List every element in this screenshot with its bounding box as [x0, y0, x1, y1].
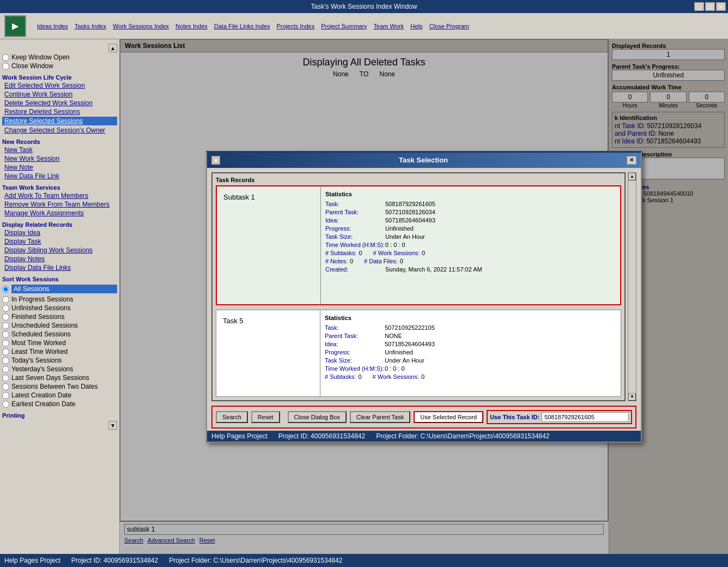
maximize-btn[interactable]: □: [705, 2, 715, 11]
new-records-section-title: New Records: [2, 138, 117, 145]
sort-earliest-creation[interactable]: Earliest Creation Date: [2, 400, 117, 408]
menu-projects-index[interactable]: Projects Index: [277, 23, 315, 29]
remove-work-team-link[interactable]: Remove Work From Team Members: [2, 201, 117, 208]
menu-work-sessions-index[interactable]: Work Sessions Index: [113, 23, 169, 29]
close-window-label: Close Window: [11, 62, 53, 70]
display-sibling-sessions-link[interactable]: Display Sibling Work Sessions: [2, 246, 117, 254]
task1-notes-label: # Notes:: [325, 258, 348, 264]
new-data-file-link[interactable]: New Data File Link: [2, 172, 117, 180]
dialog-status-folder: Project Folder: C:\Users\Darren\Projects…: [376, 432, 549, 440]
task-record-1[interactable]: Subtask 1 Statistics Task: 5081879292616…: [216, 185, 621, 305]
sort-between-dates[interactable]: Sessions Between Two Dates: [2, 383, 117, 390]
sidebar-scroll-up[interactable]: ▲: [108, 44, 117, 52]
delete-work-session-link[interactable]: Delete Selected Work Session: [2, 99, 117, 107]
task-record-2[interactable]: Task 5 Statistics Task: 507210925222105 …: [216, 310, 621, 397]
task1-parent-task-label: Parent Task:: [325, 209, 385, 215]
sort-scheduled[interactable]: Scheduled Sessions: [2, 330, 117, 338]
change-session-owner-link[interactable]: Change Selected Session's Owner: [2, 126, 117, 134]
window-title: Task's Work Sessions Index Window: [311, 3, 417, 10]
sort-least-time[interactable]: Least Time Worked: [2, 348, 117, 355]
scheduled-label: Scheduled Sessions: [11, 330, 71, 338]
dialog-icon: 📋: [211, 156, 220, 165]
sort-all-sessions[interactable]: All Sessions: [2, 284, 117, 294]
task1-stats: Statistics Task: 508187929261605 Parent …: [320, 186, 620, 304]
sort-most-time[interactable]: Most Time Worked: [2, 339, 117, 347]
sort-section-title: Sort Work Sessions: [2, 276, 117, 282]
menu-team-work[interactable]: Team Work: [374, 23, 404, 29]
restore-selected-sessions-link[interactable]: Restore Selected Sessions: [2, 117, 117, 125]
display-task-link[interactable]: Display Task: [2, 238, 117, 245]
sort-finished[interactable]: Finished Sessions: [2, 313, 117, 321]
task1-stats-label: Statistics: [325, 191, 616, 197]
sort-latest-creation[interactable]: Latest Creation Date: [2, 391, 117, 399]
display-idea-link[interactable]: Display Idea: [2, 229, 117, 237]
sort-unscheduled[interactable]: Unscheduled Sessions: [2, 322, 117, 329]
dialog-scroll-up[interactable]: ▲: [628, 173, 636, 180]
dialog-scroll-thumb: [628, 180, 636, 393]
dialog-content: Task Records Subtask 1 Statistics Task: …: [207, 168, 641, 406]
task1-task-size-label: Task Size:: [325, 233, 385, 240]
dialog-search-button[interactable]: Search: [216, 411, 248, 423]
task2-idea-label: Idea:: [325, 341, 385, 347]
dialog-scroll-down[interactable]: ▼: [628, 393, 636, 401]
task2-work-sessions: # Work Sessions: 0: [373, 373, 425, 380]
sort-unfinished[interactable]: Unfinished Sessions: [2, 304, 117, 312]
menu-notes-index[interactable]: Notes Index: [175, 23, 208, 29]
display-data-file-links-link[interactable]: Display Data File Links: [2, 264, 117, 272]
new-task-link[interactable]: New Task: [2, 146, 117, 154]
menu-close-program[interactable]: Close Program: [429, 23, 469, 29]
new-work-session-link[interactable]: New Work Session: [2, 155, 117, 162]
task1-created-label: Created:: [325, 266, 385, 273]
manage-work-assignments-link[interactable]: Manage Work Assignments: [2, 209, 117, 217]
dialog-close-dialog-button[interactable]: Close Dialog Box: [288, 411, 347, 423]
dialog-clear-parent-button[interactable]: Clear Parent Task: [350, 411, 410, 423]
task2-parent-task-value: NONE: [385, 333, 402, 339]
most-time-label: Most Time Worked: [11, 339, 66, 347]
task1-progress-row: Progress: Unfinished: [325, 225, 616, 232]
close-btn[interactable]: ✕: [716, 2, 726, 11]
task2-name: Task 5: [216, 310, 320, 396]
continue-work-session-link[interactable]: Continue Work Session: [2, 91, 117, 98]
sidebar-scroll-down[interactable]: ▼: [108, 421, 117, 430]
sort-todays[interactable]: Today's Sessions: [2, 357, 117, 364]
task2-task-size-row: Task Size: Under An Hour: [325, 357, 616, 364]
dialog-status-project: Help Pages Project: [211, 432, 268, 440]
window-controls: _ □ ✕: [694, 2, 726, 11]
task1-idea-row: Idea: 507185264604493: [325, 217, 616, 224]
last-seven-label: Last Seven Days Sessions: [11, 374, 89, 382]
menu-project-summary[interactable]: Project Summary: [321, 23, 367, 29]
dialog-use-selected-button[interactable]: Use Selected Record: [414, 411, 483, 423]
task1-data-files-value: 0: [400, 258, 403, 264]
between-dates-label: Sessions Between Two Dates: [11, 383, 98, 390]
task1-counts-row2: # Notes: 0 # Data Files: 0: [325, 258, 616, 264]
keep-window-open-label: Keep Window Open: [11, 53, 70, 61]
sort-yesterdays[interactable]: Yesterday's Sessions: [2, 365, 117, 373]
edit-work-session-link[interactable]: Edit Selected Work Session: [2, 82, 117, 89]
task-records-label: Task Records: [216, 177, 621, 183]
new-note-link[interactable]: New Note: [2, 164, 117, 171]
use-task-id-input[interactable]: [542, 412, 629, 422]
menu-help[interactable]: Help: [410, 23, 423, 29]
menu-tasks-index[interactable]: Tasks Index: [75, 23, 106, 29]
minimize-btn[interactable]: _: [694, 2, 704, 11]
sort-last-seven[interactable]: Last Seven Days Sessions: [2, 374, 117, 382]
team-work-section-title: Team Work Services: [2, 184, 117, 191]
sort-in-progress[interactable]: In Progress Sessions: [2, 295, 117, 303]
display-notes-link[interactable]: Display Notes: [2, 255, 117, 263]
statusbar-folder: Project Folder: C:\Users\Darren\Projects…: [169, 557, 342, 564]
task1-task-size-row: Task Size: Under An Hour: [325, 233, 616, 240]
task2-stats-label: Statistics: [325, 315, 616, 321]
menu-data-file-links-index[interactable]: Data File Links Index: [214, 23, 270, 29]
keep-window-open-option[interactable]: Keep Window Open: [2, 53, 117, 61]
add-work-team-link[interactable]: Add Work To Team Members: [2, 192, 117, 200]
task1-time-worked-row: Time Worked (H:M:S): 0 : 0 : 0: [325, 242, 616, 248]
menu-ideas-index[interactable]: Ideas Index: [37, 23, 68, 29]
task2-parent-task-label: Parent Task:: [325, 333, 385, 339]
dialog-close-button[interactable]: ✕: [627, 156, 636, 165]
dialog-reset-button[interactable]: Reset: [251, 411, 280, 423]
task2-time-worked-row: Time Worked (H:M:S): 0 : 0 : 0: [325, 365, 616, 372]
close-window-option[interactable]: Close Window: [2, 62, 117, 70]
restore-deleted-sessions-link[interactable]: Restore Deleted Sessions: [2, 108, 117, 116]
task2-subtasks: # Subtasks: 0: [325, 373, 362, 380]
task2-idea-row: Idea: 507185264604493: [325, 341, 616, 347]
